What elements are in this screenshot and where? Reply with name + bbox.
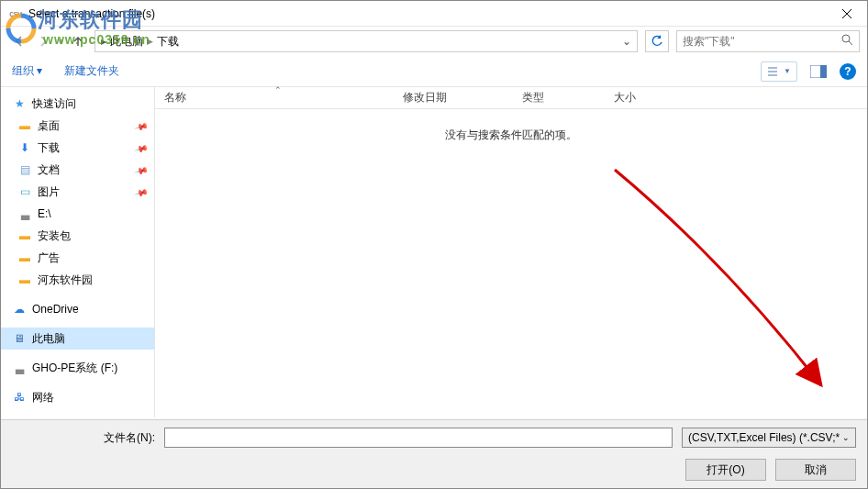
drive-icon: ▃ [17, 206, 32, 221]
star-icon: ★ [12, 96, 27, 111]
list-view-icon [767, 66, 778, 77]
sidebar-item-label: 文档 [38, 162, 60, 178]
svg-rect-2 [820, 65, 827, 78]
sidebar-item-network[interactable]: 🖧 网络 [1, 386, 154, 408]
sidebar-item-gho-drive[interactable]: ▃ GHO-PE系统 (F:) [1, 357, 154, 379]
sidebar-item-label: 河东软件园 [38, 272, 93, 288]
nav-recent-button[interactable]: ▾ [56, 30, 65, 52]
bottom-bar: 文件名(N): (CSV,TXT,Excel Files) (*.CSV;* ⌄… [1, 419, 867, 488]
nav-back-button[interactable] [8, 30, 30, 52]
preview-icon [810, 65, 827, 78]
search-input[interactable] [683, 35, 841, 48]
column-type[interactable]: 类型 [513, 87, 605, 108]
breadcrumb[interactable]: ▸ 此电脑 ▶ 下载 ⌄ [95, 30, 638, 52]
sidebar-item-quick-access[interactable]: ★ 快速访问 [1, 93, 154, 115]
sidebar-item-onedrive[interactable]: ☁ OneDrive [1, 298, 154, 320]
nav-forward-button[interactable] [32, 30, 54, 52]
sidebar-item-label: 快速访问 [32, 96, 76, 112]
search-icon [841, 34, 853, 49]
main-area: ★ 快速访问 ▬ 桌面 📌 ⬇ 下载 📌 ▤ 文档 📌 ▭ 图片 📌 ▃ E:\ [1, 87, 867, 417]
close-icon [842, 9, 851, 18]
folder-icon: ▬ [17, 228, 32, 243]
app-icon: csv [8, 6, 23, 21]
new-folder-button[interactable]: 新建文件夹 [64, 63, 119, 79]
open-button[interactable]: 打开(O) [685, 459, 766, 481]
chevron-right-icon: ▶ [147, 37, 153, 46]
sidebar-item-label: 安装包 [38, 228, 71, 244]
computer-icon: 🖥 [12, 331, 27, 346]
sidebar-item-label: E:\ [38, 207, 51, 220]
sidebar-item-label: GHO-PE系统 (F:) [32, 361, 117, 376]
column-size[interactable]: 大小 [605, 87, 696, 108]
folder-icon: ▬ [17, 250, 32, 265]
search-box[interactable] [676, 30, 860, 52]
chevron-down-icon: ▼ [784, 67, 791, 75]
sidebar-item-hedong[interactable]: ▬ 河东软件园 [1, 269, 154, 291]
folder-icon: ▬ [17, 118, 32, 133]
sidebar-item-desktop[interactable]: ▬ 桌面 📌 [1, 115, 154, 137]
sidebar-item-this-pc[interactable]: 🖥 此电脑 [1, 328, 154, 350]
folder-icon: ▬ [17, 272, 32, 287]
titlebar: csv Select a transaction file(s) [1, 1, 867, 27]
sidebar-item-ads[interactable]: ▬ 广告 [1, 247, 154, 269]
column-label: 名称 [164, 90, 186, 106]
sidebar-item-label: OneDrive [32, 303, 79, 316]
column-name[interactable]: 名称 ⌃ [155, 87, 394, 108]
window-title: Select a transaction file(s) [28, 7, 826, 20]
file-type-filter[interactable]: (CSV,TXT,Excel Files) (*.CSV;* ⌄ [682, 428, 856, 448]
annotation-arrow [587, 151, 862, 408]
breadcrumb-dropdown[interactable]: ⌄ [622, 35, 631, 48]
picture-icon: ▭ [17, 184, 32, 199]
drive-icon: ▃ [12, 361, 27, 375]
view-options-button[interactable]: ▼ [761, 61, 797, 82]
sidebar-item-label: 下载 [38, 140, 60, 156]
sidebar-item-install-pkg[interactable]: ▬ 安装包 [1, 225, 154, 247]
pin-icon: 📌 [134, 140, 149, 155]
toolbar: 组织 ▾ 新建文件夹 ▼ ? [1, 56, 867, 87]
pin-icon: 📌 [134, 162, 149, 177]
folder-icon: ▸ [101, 35, 106, 48]
sidebar-item-pictures[interactable]: ▭ 图片 📌 [1, 181, 154, 203]
sidebar-item-label: 网络 [32, 390, 54, 406]
download-icon: ⬇ [17, 140, 32, 155]
filename-input[interactable] [164, 428, 673, 448]
cloud-icon: ☁ [12, 302, 27, 317]
nav-bar: ▾ ▸ 此电脑 ▶ 下载 ⌄ [1, 27, 867, 56]
sidebar-item-label: 此电脑 [32, 331, 65, 347]
sidebar-item-documents[interactable]: ▤ 文档 📌 [1, 159, 154, 181]
empty-message: 没有与搜索条件匹配的项。 [155, 109, 867, 143]
pin-icon: 📌 [134, 118, 149, 133]
close-button[interactable] [826, 1, 867, 27]
organize-menu[interactable]: 组织 ▾ [12, 63, 42, 79]
filter-text: (CSV,TXT,Excel Files) (*.CSV;* [688, 431, 840, 444]
breadcrumb-root[interactable]: 此电脑 [110, 34, 143, 50]
sidebar-item-drive-e[interactable]: ▃ E:\ [1, 203, 154, 225]
refresh-icon [651, 35, 663, 48]
sidebar: ★ 快速访问 ▬ 桌面 📌 ⬇ 下载 📌 ▤ 文档 📌 ▭ 图片 📌 ▃ E:\ [1, 87, 155, 417]
sidebar-item-label: 桌面 [38, 118, 60, 134]
help-button[interactable]: ? [840, 63, 856, 80]
cancel-button[interactable]: 取消 [775, 459, 856, 481]
sidebar-item-label: 图片 [38, 184, 60, 200]
column-headers: 名称 ⌃ 修改日期 类型 大小 [155, 87, 867, 109]
breadcrumb-current[interactable]: 下载 [157, 34, 179, 50]
network-icon: 🖧 [12, 390, 27, 405]
sidebar-item-label: 广告 [38, 250, 60, 266]
filename-label: 文件名(N): [104, 430, 155, 446]
file-list-area: 名称 ⌃ 修改日期 类型 大小 没有与搜索条件匹配的项。 [155, 87, 867, 417]
pin-icon: 📌 [134, 184, 149, 199]
sort-indicator-icon: ⌃ [274, 85, 282, 94]
nav-up-button[interactable] [67, 30, 89, 52]
sidebar-item-downloads[interactable]: ⬇ 下载 📌 [1, 137, 154, 159]
document-icon: ▤ [17, 162, 32, 177]
preview-pane-button[interactable] [807, 61, 830, 82]
column-date[interactable]: 修改日期 [394, 87, 513, 108]
svg-point-0 [842, 35, 850, 42]
refresh-button[interactable] [645, 30, 669, 52]
chevron-down-icon: ⌄ [842, 433, 850, 442]
